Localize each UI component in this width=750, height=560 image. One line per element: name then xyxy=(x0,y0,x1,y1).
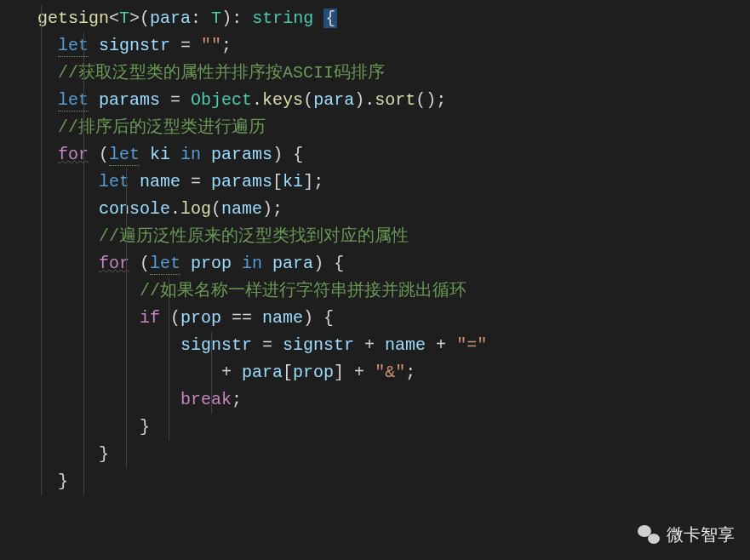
watermark-text: 微卡智享 xyxy=(667,521,735,548)
code-line[interactable]: //排序后的泛型类进行遍历 xyxy=(17,114,750,141)
code-line[interactable]: break; xyxy=(17,386,750,414)
code-line[interactable]: } xyxy=(17,414,750,441)
cursor: { xyxy=(323,9,337,28)
comment: //排序后的泛型类进行遍历 xyxy=(58,117,266,137)
code-line[interactable]: let signstr = ""; xyxy=(17,32,750,60)
comment: //获取泛型类的属性并排序按ASCII码排序 xyxy=(58,63,385,83)
code-line[interactable]: //获取泛型类的属性并排序按ASCII码排序 xyxy=(17,60,750,87)
code-line[interactable]: getsign<T>(para: T): string { xyxy=(17,5,750,32)
code-line[interactable]: } xyxy=(17,441,750,468)
watermark: 微卡智享 xyxy=(638,521,735,548)
code-line[interactable]: let params = Object.keys(para).sort(); xyxy=(17,87,750,114)
code-line[interactable]: console.log(name); xyxy=(17,196,750,223)
code-line[interactable]: let name = params[ki]; xyxy=(17,169,750,196)
wechat-icon xyxy=(638,525,660,544)
code-line[interactable]: //如果名称一样进行字符串拼接并跳出循环 xyxy=(17,277,750,305)
code-line[interactable]: if (prop == name) { xyxy=(17,305,750,332)
comment: //遍历泛性原来的泛型类找到对应的属性 xyxy=(99,226,409,246)
code-line[interactable]: } xyxy=(17,468,750,495)
code-line[interactable]: for (let prop in para) { xyxy=(17,250,750,277)
comment: //如果名称一样进行字符串拼接并跳出循环 xyxy=(140,281,467,300)
code-line[interactable]: //遍历泛性原来的泛型类找到对应的属性 xyxy=(17,223,750,250)
function-name: getsign xyxy=(37,9,109,28)
code-editor[interactable]: getsign<T>(para: T): string { let signst… xyxy=(17,5,750,495)
code-line[interactable]: for (let ki in params) { xyxy=(17,141,750,169)
code-line[interactable]: + para[prop] + "&"; xyxy=(17,359,750,386)
code-line[interactable]: signstr = signstr + name + "=" xyxy=(17,332,750,359)
